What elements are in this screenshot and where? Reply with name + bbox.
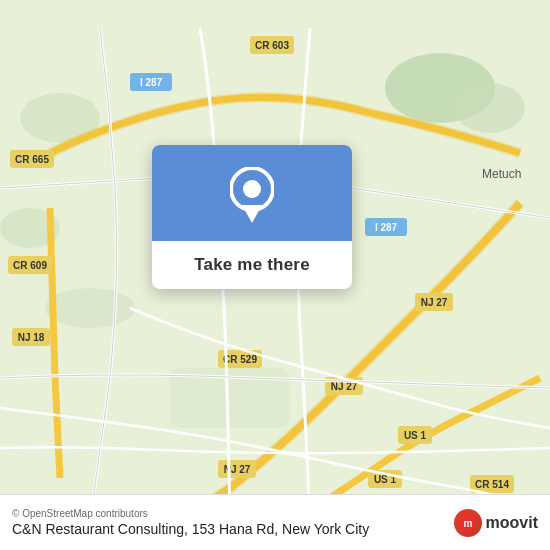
moovit-icon: m <box>454 509 482 537</box>
svg-point-2 <box>455 83 525 133</box>
svg-text:Metuch: Metuch <box>482 167 521 181</box>
svg-text:I 287: I 287 <box>140 77 163 88</box>
svg-text:m: m <box>463 518 472 529</box>
svg-point-35 <box>243 180 261 198</box>
moovit-text: moovit <box>486 514 538 532</box>
action-card: Take me there <box>152 145 352 289</box>
svg-text:NJ 18: NJ 18 <box>18 332 45 343</box>
svg-text:CR 529: CR 529 <box>223 354 257 365</box>
moovit-logo: m moovit <box>454 509 538 537</box>
map-container: I 287 I 287 CR 603 NJ 27 NJ 27 NJ 27 NJ … <box>0 0 550 550</box>
svg-point-5 <box>45 288 135 328</box>
take-me-there-button[interactable]: Take me there <box>194 255 310 275</box>
pin-area <box>152 145 352 241</box>
svg-text:CR 514: CR 514 <box>475 479 509 490</box>
copyright-text: © OpenStreetMap contributors <box>12 508 369 519</box>
svg-text:US 1: US 1 <box>404 430 427 441</box>
svg-marker-36 <box>242 205 262 223</box>
bottom-bar: © OpenStreetMap contributors C&N Restaur… <box>0 494 550 550</box>
svg-text:I 287: I 287 <box>375 222 398 233</box>
svg-text:CR 609: CR 609 <box>13 260 47 271</box>
svg-text:CR 665: CR 665 <box>15 154 49 165</box>
location-title: C&N Restaurant Consulting, 153 Hana Rd, … <box>12 521 369 537</box>
svg-text:NJ 27: NJ 27 <box>421 297 448 308</box>
location-pin-icon <box>230 167 274 223</box>
svg-text:CR 603: CR 603 <box>255 40 289 51</box>
bottom-bar-info: © OpenStreetMap contributors C&N Restaur… <box>12 508 369 537</box>
